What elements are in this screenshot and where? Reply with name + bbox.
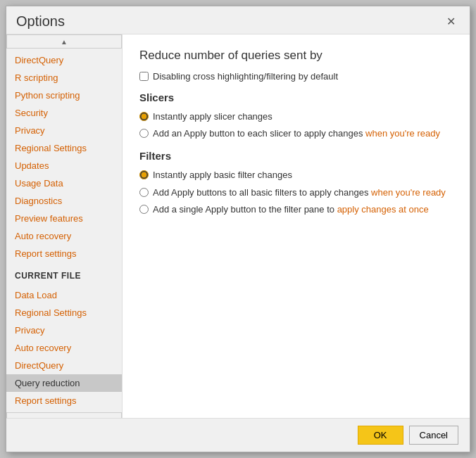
cross-highlight-checkbox[interactable]	[139, 72, 149, 81]
sidebar-item-preview-features[interactable]: Preview features	[6, 210, 122, 227]
dialog-body: ▲ DirectQueryR scriptingPython scripting…	[6, 34, 470, 418]
slicer-label-0: Instantly apply slicer changes	[153, 110, 273, 123]
sidebar-item-updates[interactable]: Updates	[6, 157, 122, 174]
dialog-footer: OK Cancel	[6, 418, 470, 452]
filter-option-1: Add Apply buttons to all basic filters t…	[139, 186, 453, 199]
sidebar-current-file-items: Data LoadRegional SettingsPrivacyAuto re…	[6, 284, 122, 412]
filter-label-2: Add a single Apply button to the filter …	[153, 203, 429, 216]
filters-radio-group: Instantly apply basic filter changesAdd …	[139, 169, 453, 216]
scroll-up-button[interactable]: ▲	[6, 34, 122, 49]
sidebar-item-security[interactable]: Security	[6, 104, 122, 122]
sidebar-item-data-load[interactable]: Data Load	[6, 286, 122, 304]
sidebar-item-python-scripting[interactable]: Python scripting	[6, 87, 122, 104]
sidebar: ▲ DirectQueryR scriptingPython scripting…	[6, 34, 123, 418]
sidebar-item-cf-privacy[interactable]: Privacy	[6, 322, 122, 339]
slicer-radio-1[interactable]	[139, 129, 149, 138]
filter-option-0: Instantly apply basic filter changes	[139, 169, 453, 182]
sidebar-item-usage-data[interactable]: Usage Data	[6, 174, 122, 192]
close-button[interactable]: ✕	[442, 13, 460, 30]
sidebar-global-items: DirectQueryR scriptingPython scriptingSe…	[6, 49, 122, 265]
sidebar-item-report-settings[interactable]: Report settings	[6, 245, 122, 262]
slicer-option-1: Add an Apply button to each slicer to ap…	[139, 127, 453, 140]
sidebar-item-regional-settings[interactable]: Regional Settings	[6, 139, 122, 157]
sidebar-item-privacy[interactable]: Privacy	[6, 122, 122, 139]
sidebar-item-auto-recovery[interactable]: Auto recovery	[6, 227, 122, 245]
current-file-header: CURRENT FILE	[6, 265, 122, 284]
main-heading: Reduce number of queries sent by	[139, 49, 453, 63]
sidebar-item-cf-auto-recovery[interactable]: Auto recovery	[6, 339, 122, 357]
filters-title: Filters	[139, 150, 453, 162]
filter-option-2: Add a single Apply button to the filter …	[139, 203, 453, 216]
checkbox-label: Disabling cross highlighting/filtering b…	[153, 71, 338, 82]
slicer-option-0: Instantly apply slicer changes	[139, 110, 453, 123]
filter-radio-2[interactable]	[139, 205, 149, 214]
sidebar-item-cf-directquery[interactable]: DirectQuery	[6, 357, 122, 374]
title-bar: Options ✕	[6, 6, 470, 34]
cancel-button[interactable]: Cancel	[409, 426, 458, 445]
scroll-down-button[interactable]: ▼	[6, 412, 122, 418]
dialog-title: Options	[16, 13, 65, 30]
slicer-label-1: Add an Apply button to each slicer to ap…	[153, 127, 440, 140]
filter-label-1: Add Apply buttons to all basic filters t…	[153, 186, 446, 199]
options-dialog: Options ✕ ▲ DirectQueryR scriptingPython…	[6, 6, 470, 452]
main-content: Reduce number of queries sent by Disabli…	[123, 34, 470, 418]
sidebar-item-cf-regional-settings[interactable]: Regional Settings	[6, 304, 122, 322]
ok-button[interactable]: OK	[358, 426, 403, 445]
filter-radio-1[interactable]	[139, 188, 149, 197]
sidebar-item-directquery[interactable]: DirectQuery	[6, 51, 122, 69]
sidebar-item-query-reduction[interactable]: Query reduction	[6, 374, 122, 392]
checkbox-row: Disabling cross highlighting/filtering b…	[139, 71, 453, 82]
filter-radio-0[interactable]	[139, 170, 149, 179]
sidebar-item-diagnostics[interactable]: Diagnostics	[6, 192, 122, 210]
sidebar-item-r-scripting[interactable]: R scripting	[6, 69, 122, 87]
slicers-radio-group: Instantly apply slicer changesAdd an App…	[139, 110, 453, 140]
slicer-radio-0[interactable]	[139, 112, 149, 121]
filter-label-0: Instantly apply basic filter changes	[153, 169, 292, 182]
sidebar-item-cf-report-settings[interactable]: Report settings	[6, 392, 122, 409]
slicers-title: Slicers	[139, 91, 453, 103]
